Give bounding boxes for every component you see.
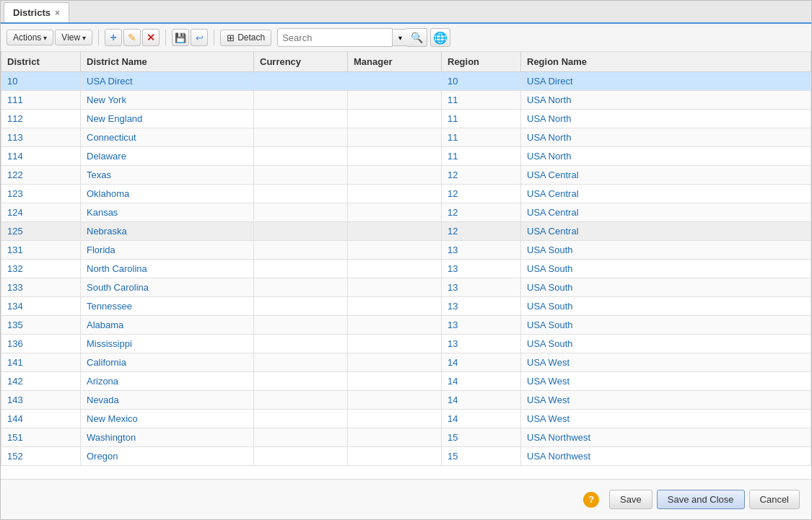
toolbar-separator-2 xyxy=(165,30,166,45)
table-row[interactable]: 131Florida13USA South xyxy=(1,241,811,260)
cell-currency xyxy=(254,260,348,278)
table-row[interactable]: 142Arizona14USA West xyxy=(1,372,811,391)
table-row[interactable]: 141California14USA West xyxy=(1,353,811,372)
delete-button[interactable]: ✕ xyxy=(142,29,160,46)
cell-manager xyxy=(348,241,442,260)
table-row[interactable]: 151Washington15USA Northwest xyxy=(1,428,811,447)
save-and-close-button[interactable]: Save and Close xyxy=(657,490,745,509)
table-row[interactable]: 122Texas12USA Central xyxy=(1,166,811,185)
cell-manager xyxy=(348,147,442,166)
cell-district: 122 xyxy=(1,166,81,185)
table-scroll[interactable]: District District Name Currency Manager … xyxy=(1,52,811,479)
edit-button[interactable]: ✎ xyxy=(123,29,141,46)
cell-region_name: USA West xyxy=(521,372,811,391)
cell-region: 13 xyxy=(442,335,521,353)
search-go-button[interactable]: 🔍 xyxy=(407,28,427,47)
cell-region_name: USA North xyxy=(521,128,811,147)
save-button[interactable]: Save xyxy=(609,490,652,509)
cell-manager xyxy=(348,297,442,316)
search-input[interactable] xyxy=(282,32,369,43)
cell-district_name: New England xyxy=(81,110,254,128)
add-button[interactable]: + xyxy=(105,29,122,46)
table-row[interactable]: 125Nebraska12USA Central xyxy=(1,222,811,241)
undo-button[interactable]: ↩ xyxy=(191,29,208,46)
table-row[interactable]: 133South Carolina13USA South xyxy=(1,278,811,297)
cell-district: 152 xyxy=(1,447,81,466)
cell-district_name: Oklahoma xyxy=(81,185,254,203)
cell-district_name: Connecticut xyxy=(81,128,254,147)
table-row[interactable]: 123Oklahoma12USA Central xyxy=(1,185,811,203)
table-container: District District Name Currency Manager … xyxy=(1,52,811,479)
table-row[interactable]: 124Kansas12USA Central xyxy=(1,203,811,222)
globe-button[interactable]: 🌐 xyxy=(430,28,450,47)
cell-manager xyxy=(348,203,442,222)
cell-currency xyxy=(254,222,348,241)
cell-district: 132 xyxy=(1,260,81,278)
detach-button[interactable]: ⊞ Detach xyxy=(220,30,271,46)
table-row[interactable]: 135Alabama13USA South xyxy=(1,316,811,335)
table-row[interactable]: 144New Mexico14USA West xyxy=(1,410,811,428)
cell-currency xyxy=(254,72,348,91)
table-row[interactable]: 111New York11USA North xyxy=(1,91,811,110)
actions-button[interactable]: Actions ▾ xyxy=(6,30,53,45)
table-row[interactable]: 114Delaware11USA North xyxy=(1,147,811,166)
cell-region: 12 xyxy=(442,185,521,203)
cell-currency xyxy=(254,410,348,428)
add-icon: + xyxy=(110,31,116,44)
tab-close-button[interactable]: × xyxy=(55,9,60,17)
table-row[interactable]: 136Mississippi13USA South xyxy=(1,335,811,353)
cell-manager xyxy=(348,260,442,278)
detach-icon: ⊞ xyxy=(227,32,235,43)
cell-district_name: Kansas xyxy=(81,203,254,222)
table-row[interactable]: 152Oregon15USA Northwest xyxy=(1,447,811,466)
cell-region_name: USA Central xyxy=(521,185,811,203)
table-row[interactable]: 112New England11USA North xyxy=(1,110,811,128)
cell-district_name: Nevada xyxy=(81,391,254,410)
cell-manager xyxy=(348,91,442,110)
cell-region_name: USA North xyxy=(521,110,811,128)
cell-district_name: Arizona xyxy=(81,372,254,391)
cell-district: 151 xyxy=(1,428,81,447)
cell-currency xyxy=(254,147,348,166)
cell-manager xyxy=(348,335,442,353)
help-button[interactable]: ? xyxy=(583,492,599,508)
cell-district: 125 xyxy=(1,222,81,241)
cell-region_name: USA Northwest xyxy=(521,447,811,466)
table-row[interactable]: 143Nevada14USA West xyxy=(1,391,811,410)
cell-currency xyxy=(254,91,348,110)
cell-region_name: USA South xyxy=(521,335,811,353)
cell-district: 112 xyxy=(1,110,81,128)
cell-manager xyxy=(348,166,442,185)
cell-district_name: New York xyxy=(81,91,254,110)
cell-currency xyxy=(254,203,348,222)
cell-manager xyxy=(348,410,442,428)
cell-region_name: USA North xyxy=(521,147,811,166)
table-row[interactable]: 132North Carolina13USA South xyxy=(1,260,811,278)
cell-district: 142 xyxy=(1,372,81,391)
cell-region_name: USA South xyxy=(521,278,811,297)
globe-icon: 🌐 xyxy=(433,31,448,45)
cell-region_name: USA West xyxy=(521,353,811,372)
table-row[interactable]: 113Connecticut11USA North xyxy=(1,128,811,147)
cell-manager xyxy=(348,128,442,147)
cell-manager xyxy=(348,72,442,91)
cancel-button[interactable]: Cancel xyxy=(749,490,800,509)
table-row[interactable]: 134Tennessee13USA South xyxy=(1,297,811,316)
cell-currency xyxy=(254,297,348,316)
cell-manager xyxy=(348,372,442,391)
cell-region: 11 xyxy=(442,128,521,147)
column-header-region: Region xyxy=(442,52,521,72)
cell-region_name: USA West xyxy=(521,391,811,410)
save-row-button[interactable]: 💾 xyxy=(172,29,189,46)
cell-district: 143 xyxy=(1,391,81,410)
tab-label: Districts xyxy=(13,7,51,18)
cell-region_name: USA Northwest xyxy=(521,428,811,447)
table-row[interactable]: 10USA Direct10USA Direct xyxy=(1,72,811,91)
column-header-manager: Manager xyxy=(348,52,442,72)
cell-manager xyxy=(348,447,442,466)
cell-region: 11 xyxy=(442,91,521,110)
tab-districts[interactable]: Districts × xyxy=(4,2,69,22)
view-button[interactable]: View ▾ xyxy=(55,30,92,45)
crud-group: + ✎ ✕ xyxy=(105,29,160,46)
search-dropdown-button[interactable]: ▾ xyxy=(393,29,407,46)
